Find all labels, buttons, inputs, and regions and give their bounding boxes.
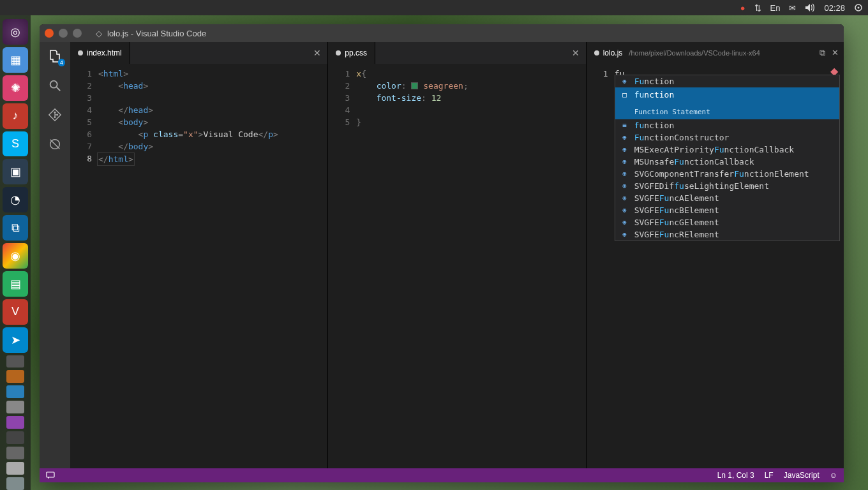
suggestion-kind-icon: ⊕ <box>620 204 629 216</box>
launcher-app-icon[interactable]: ▦ <box>3 47 28 73</box>
record-indicator-icon[interactable]: ● <box>740 3 745 13</box>
autocomplete-item[interactable]: ⊕Function <box>615 75 839 87</box>
suggestion-kind-icon: ⊕ <box>620 131 629 144</box>
clock[interactable]: 02:28 <box>824 3 845 13</box>
activity-explorer-icon[interactable]: 4 <box>46 47 64 65</box>
editor-pane-js: lolo.js /home/pixel/Downloads/VSCode-lin… <box>587 42 844 468</box>
svg-line-3 <box>57 87 61 91</box>
code-area[interactable]: x{ color: seagreen; font-size: 12 } <box>356 64 585 468</box>
launcher-small-icon[interactable] <box>6 355 24 368</box>
tab-pp-css[interactable]: pp.css <box>328 42 375 64</box>
status-bar: Ln 1, Col 3 LF JavaScript ☺ <box>40 468 844 482</box>
autocomplete-item[interactable]: ⊕SVGFEFuncAElement <box>615 192 839 204</box>
launcher-small-icon[interactable] <box>6 385 24 398</box>
launcher-vscode-icon[interactable]: ⧉ <box>3 215 28 241</box>
suggestion-label: SVGFEFuncBElement <box>634 204 719 216</box>
tab-lolo-js[interactable]: lolo.js /home/pixel/Downloads/VSCode-lin… <box>587 42 844 64</box>
mail-icon[interactable]: ✉ <box>789 3 796 13</box>
status-smiley-icon[interactable]: ☺ <box>830 471 837 480</box>
gutter: 1 <box>587 64 615 468</box>
suggestion-kind-icon: ⊕ <box>620 216 629 228</box>
suggestion-label: MSUnsafeFunctionCallback <box>634 156 754 168</box>
code-area[interactable]: <html> <head> </head> <body> <p class="x… <box>98 64 327 468</box>
autocomplete-item[interactable]: □functionFunction Statement <box>615 87 839 119</box>
code-area[interactable]: fu ⊕Function□functionFunction Statement≡… <box>615 64 844 468</box>
launcher-app-icon[interactable]: ▤ <box>3 271 28 297</box>
tab-label: pp.css <box>345 48 367 57</box>
suggestion-kind-icon: □ <box>620 89 629 101</box>
launcher-steam-icon[interactable]: ◔ <box>3 187 28 212</box>
app-icon: ◇ <box>96 29 102 38</box>
suggestion-kind-icon: ⊕ <box>620 156 629 168</box>
svg-rect-9 <box>47 472 54 477</box>
launcher-small-icon[interactable] <box>6 416 24 429</box>
window-close-button[interactable] <box>45 29 54 38</box>
suggestion-label: SVGFEFuncAElement <box>634 192 719 204</box>
split-editor-icon[interactable]: ⧉ <box>819 48 825 58</box>
tab-label: lolo.js <box>603 48 623 57</box>
autocomplete-item[interactable]: ⊕SVGComponentTransferFunctionElement <box>615 168 839 180</box>
suggestion-label: SVGComponentTransferFunctionElement <box>634 168 809 180</box>
suggestion-label: MSExecAtPriorityFunctionCallback <box>634 144 794 156</box>
activity-git-icon[interactable] <box>46 106 64 124</box>
autocomplete-popup: ⊕Function□functionFunction Statement≡fun… <box>615 75 840 241</box>
autocomplete-item[interactable]: ≡function <box>615 119 839 131</box>
suggestion-label: SVGFEFuncGElement <box>634 216 719 228</box>
modified-dot-icon <box>594 50 599 56</box>
editor-body[interactable]: 1 fu ⊕Function□functionFunction Statemen… <box>587 64 844 468</box>
editor-pane-html: index.html ✕ 1 2 3 4 5 6 7 8 <box>70 42 328 468</box>
gutter: 1 2 3 4 5 6 7 8 <box>70 64 98 468</box>
status-cursor-position[interactable]: Ln 1, Col 3 <box>717 471 754 480</box>
close-icon[interactable]: ✕ <box>313 48 321 58</box>
suggestion-label: SVGFEFuncRElement <box>634 228 719 241</box>
launcher-small-icon[interactable] <box>6 431 24 444</box>
autocomplete-item[interactable]: ⊕SVGFEFuncBElement <box>615 204 839 216</box>
network-icon[interactable]: ⇅ <box>754 3 761 13</box>
window-minimize-button[interactable] <box>59 29 68 38</box>
editor-body[interactable]: 1 2 3 4 5 6 7 8 <html> <head> </head> <b… <box>70 64 327 468</box>
modified-dot-icon <box>78 50 83 56</box>
autocomplete-item[interactable]: ⊕FunctionConstructor <box>615 131 839 144</box>
launcher-dash-icon[interactable]: ◎ <box>3 19 28 45</box>
status-feedback-icon[interactable] <box>46 471 55 480</box>
autocomplete-item[interactable]: ⊕SVGFEFuncGElement <box>615 216 839 228</box>
window-maximize-button[interactable] <box>73 29 82 38</box>
autocomplete-item[interactable]: ⊕MSExecAtPriorityFunctionCallback <box>615 144 839 156</box>
editor-groups: index.html ✕ 1 2 3 4 5 6 7 8 <box>70 42 844 468</box>
unity-launcher: ◎ ▦ ✺ ♪ S ▣ ◔ ⧉ ◉ ▤ V ➤ <box>0 15 31 490</box>
suggestion-kind-icon: ⊕ <box>620 75 629 87</box>
window-title: lolo.js - Visual Studio Code <box>107 29 206 38</box>
launcher-small-icon[interactable] <box>6 447 24 459</box>
activity-search-icon[interactable] <box>46 77 64 94</box>
launcher-small-icon[interactable] <box>6 477 24 490</box>
volume-icon[interactable] <box>805 3 815 12</box>
desktop-top-panel: ● ⇅ En ✉ 02:28 <box>0 0 868 15</box>
launcher-small-icon[interactable] <box>6 370 24 383</box>
tab-label: index.html <box>87 48 122 57</box>
autocomplete-item[interactable]: ⊕SVGFEDiffuseLightingElement <box>615 180 839 192</box>
explorer-badge: 4 <box>58 59 65 66</box>
launcher-app-icon[interactable]: V <box>3 299 28 325</box>
close-icon[interactable]: ✕ <box>832 48 839 58</box>
launcher-app-icon[interactable]: ✺ <box>3 75 28 101</box>
launcher-small-icon[interactable] <box>6 401 24 413</box>
launcher-small-icon[interactable] <box>6 462 24 475</box>
autocomplete-item[interactable]: ⊕SVGFEFuncRElement <box>615 228 839 241</box>
editor-body[interactable]: 1 2 3 4 5 x{ color: seagreen; font-size:… <box>328 64 585 468</box>
activity-debug-icon[interactable] <box>46 135 64 153</box>
launcher-skype-icon[interactable]: S <box>3 131 28 157</box>
launcher-telegram-icon[interactable]: ➤ <box>3 327 28 353</box>
window-titlebar[interactable]: ◇ lolo.js - Visual Studio Code <box>40 24 844 42</box>
launcher-chrome-icon[interactable]: ◉ <box>3 243 28 269</box>
status-eol[interactable]: LF <box>765 471 774 480</box>
status-language[interactable]: JavaScript <box>784 471 819 480</box>
close-icon[interactable]: ✕ <box>572 48 580 58</box>
keyboard-layout-indicator[interactable]: En <box>770 3 781 13</box>
system-gear-icon[interactable] <box>854 3 863 12</box>
tab-index-html[interactable]: index.html <box>70 42 130 64</box>
launcher-app-icon[interactable]: ♪ <box>3 103 28 129</box>
autocomplete-item[interactable]: ⊕MSUnsafeFunctionCallback <box>615 156 839 168</box>
suggestion-kind-icon: ⊕ <box>620 144 629 156</box>
modified-dot-icon <box>336 50 341 56</box>
launcher-app-icon[interactable]: ▣ <box>3 159 28 184</box>
